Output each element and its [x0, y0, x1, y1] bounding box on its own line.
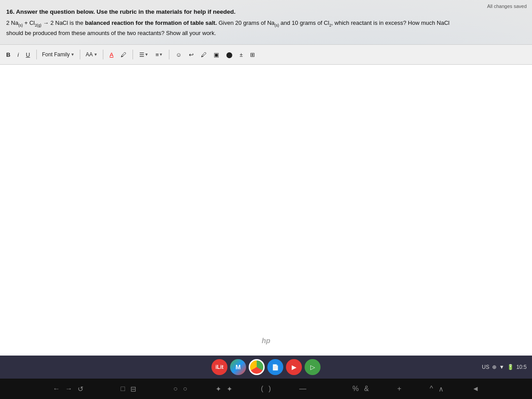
bullet-caret: ▼: [145, 52, 149, 57]
kb-plus-icon[interactable]: +: [397, 385, 401, 393]
link-button[interactable]: ↩: [186, 50, 196, 59]
kb-circle1-icon[interactable]: ○: [173, 385, 178, 393]
link-icon: ↩: [189, 51, 194, 58]
toolbar-separator-2: [80, 50, 80, 59]
question-line2: should be produced from these amounts of…: [6, 29, 526, 38]
highlight-button[interactable]: 🖊: [118, 50, 129, 59]
kb-func2-icon[interactable]: ✦: [227, 385, 232, 393]
media-icon: ▣: [214, 51, 219, 58]
emoji-button[interactable]: ☺: [173, 50, 184, 59]
docs-taskbar-icon[interactable]: 📄: [267, 359, 283, 375]
question-number: 16.: [6, 8, 15, 15]
font-size-label: AA: [86, 51, 93, 58]
image-button[interactable]: 🖊: [198, 50, 209, 59]
kb-vol-up-icon[interactable]: ◄: [472, 385, 479, 393]
kb-amp-icon[interactable]: &: [364, 385, 369, 393]
bullet-list-icon: ☰: [139, 51, 145, 58]
battery-icon: 🔋: [507, 364, 514, 370]
numbered-caret: ▼: [159, 52, 163, 57]
kb-chevron-icon[interactable]: ∧: [438, 385, 444, 393]
math-button[interactable]: ±: [237, 50, 246, 59]
record-icon: ⬤: [226, 51, 233, 58]
question-line1: 2 Na(s) + Cl2(g) → 2 NaCl is the balance…: [6, 19, 526, 28]
toolbar-separator-1: [36, 50, 37, 59]
network-icon: ⊕: [492, 364, 497, 370]
taskbar-center: iLit M 📄 ▶ ▷: [211, 359, 321, 375]
kb-square-icon[interactable]: □: [121, 385, 125, 393]
kb-split-icon[interactable]: ⊟: [130, 385, 136, 393]
meet-taskbar-icon[interactable]: M: [230, 359, 246, 375]
kb-paren1-icon[interactable]: (: [261, 385, 263, 393]
kb-angle-icon[interactable]: ^: [430, 385, 433, 393]
underline-button[interactable]: U: [23, 50, 32, 59]
kb-func1-icon[interactable]: ✦: [215, 385, 221, 393]
question-body: 2 Na(s) + Cl2(g) → 2 NaCl is the balance…: [6, 19, 526, 38]
time-display: 10:5: [516, 364, 527, 370]
youtube-taskbar-icon[interactable]: ▶: [286, 359, 302, 375]
bold-button[interactable]: B: [4, 50, 13, 59]
taskbar: ○ iLit M 📄 ▶ ▷ US ⊕ ▼ 🔋 10:5: [0, 356, 532, 379]
volume-icon: ▼: [499, 364, 505, 370]
hp-logo: hp: [255, 330, 277, 352]
text-color-button[interactable]: A: [107, 50, 116, 59]
table-button[interactable]: ⊞: [247, 50, 258, 59]
font-size-caret: ▼: [94, 52, 98, 57]
font-family-label: Font Family: [42, 51, 70, 58]
media-button[interactable]: ▣: [211, 50, 222, 59]
toolbar-separator-4: [133, 50, 133, 59]
font-family-dropdown[interactable]: Font Family ▼: [40, 51, 77, 59]
table-icon: ⊞: [250, 51, 255, 58]
play-taskbar-icon[interactable]: ▷: [305, 359, 321, 375]
numbered-list-icon: ≡: [156, 51, 159, 58]
toolbar-separator-5: [169, 50, 169, 59]
emoji-icon: ☺: [176, 51, 181, 58]
question-instruction: Answer the question below. Use the rubri…: [16, 8, 235, 15]
font-size-dropdown[interactable]: AA ▼: [84, 51, 99, 59]
italic-button[interactable]: i: [15, 50, 21, 59]
kb-back-icon[interactable]: ←: [53, 385, 60, 393]
taskbar-right: US ⊕ ▼ 🔋 10:5: [482, 364, 527, 370]
toolbar-separator-3: [103, 50, 103, 59]
bullet-list-button[interactable]: ☰ ▼: [137, 50, 151, 59]
ilit-taskbar-icon[interactable]: iLit: [211, 359, 227, 375]
question-header: 16. Answer the question below. Use the r…: [6, 8, 526, 16]
keyboard-area: ← → ↺ □ ⊟ ○ ○ ✦ ✦ ( ) — % & + ^ ∧ ◄: [0, 379, 532, 399]
kb-circle2-icon[interactable]: ○: [183, 385, 188, 393]
math-icon: ±: [240, 51, 243, 58]
numbered-list-button[interactable]: ≡ ▼: [153, 50, 166, 59]
toolbar: B i U Font Family ▼ AA ▼ A 🖊 ☰ ▼ ≡ ▼ ☺ ↩…: [0, 44, 532, 65]
kb-forward-icon[interactable]: →: [65, 385, 72, 393]
locale-label: US: [482, 364, 489, 370]
font-family-caret: ▼: [70, 52, 74, 57]
image-icon: 🖊: [201, 51, 207, 58]
kb-refresh-icon[interactable]: ↺: [78, 385, 83, 393]
text-color-icon: A: [110, 51, 113, 58]
taskbar-circle[interactable]: ○: [6, 338, 20, 351]
highlight-icon: 🖊: [121, 51, 126, 58]
chrome-taskbar-icon[interactable]: [249, 359, 265, 375]
kb-paren2-icon[interactable]: ): [269, 385, 271, 393]
kb-dash-icon[interactable]: —: [299, 385, 306, 393]
kb-percent-icon[interactable]: %: [352, 385, 359, 393]
record-button[interactable]: ⬤: [223, 50, 235, 59]
